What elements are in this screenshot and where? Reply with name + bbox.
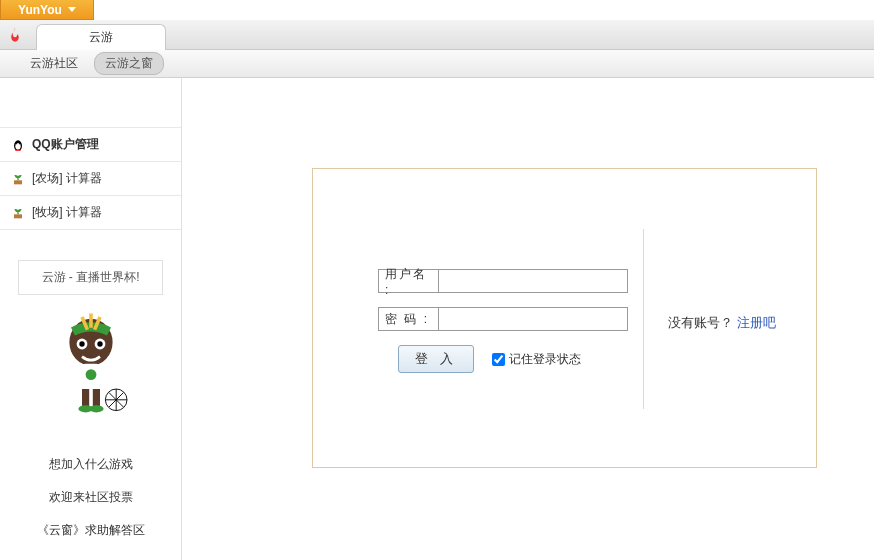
svg-rect-5 <box>14 214 22 218</box>
password-label: 密 码 : <box>378 307 438 331</box>
register-link[interactable]: 注册吧 <box>737 315 776 330</box>
plant-icon <box>10 205 26 221</box>
promo-text: 云游 - 直播世界杯! <box>42 270 140 284</box>
tab-bar: 云游 <box>0 20 874 50</box>
no-account-text: 没有账号？ <box>668 315 733 330</box>
username-label: 用户名 : <box>378 269 438 293</box>
password-row: 密 码 : <box>378 307 628 331</box>
svg-point-2 <box>16 143 17 144</box>
app-menu-button[interactable]: YunYou <box>0 0 94 20</box>
content-area: 用户名 : 密 码 : 登 入 记住登录状态 没有账号？ <box>182 78 874 560</box>
dropdown-icon <box>68 7 76 12</box>
svg-point-3 <box>19 143 20 144</box>
action-row: 登 入 记住登录状态 <box>398 345 628 373</box>
svg-rect-13 <box>82 389 89 407</box>
svg-rect-14 <box>92 389 99 407</box>
login-form: 用户名 : 密 码 : 登 入 记住登录状态 <box>378 269 628 373</box>
login-panel: 用户名 : 密 码 : 登 入 记住登录状态 没有账号？ <box>312 168 817 468</box>
svg-point-8 <box>79 341 84 346</box>
register-block: 没有账号？ 注册吧 <box>668 314 776 332</box>
sidebar-item-label: [农场] 计算器 <box>32 170 102 187</box>
svg-rect-4 <box>14 180 22 184</box>
sidebar-item-label: [牧场] 计算器 <box>32 204 102 221</box>
sidebar-item-label: QQ账户管理 <box>32 136 99 153</box>
sidebar-item-farm-calc[interactable]: [农场] 计算器 <box>0 161 181 196</box>
sub-nav: 云游社区 云游之窗 <box>0 50 874 78</box>
app-menu-label: YunYou <box>18 3 62 17</box>
mascot-image <box>0 307 181 420</box>
sidebar-item-qq-account[interactable]: QQ账户管理 <box>0 127 181 162</box>
password-input[interactable] <box>438 307 628 331</box>
remember-text: 记住登录状态 <box>509 351 581 368</box>
main-area: QQ账户管理 [农场] 计算器 [牧场] 计算器 云游 - 直播世界杯! <box>0 78 874 560</box>
sidebar-links: 想加入什么游戏 欢迎来社区投票 《云窗》求助解答区 <box>0 448 181 547</box>
svg-point-16 <box>89 405 103 412</box>
remember-label[interactable]: 记住登录状态 <box>492 351 581 368</box>
subnav-window[interactable]: 云游之窗 <box>94 52 164 75</box>
flame-icon <box>6 26 24 44</box>
username-input[interactable] <box>438 269 628 293</box>
plant-icon <box>10 171 26 187</box>
penguin-icon <box>10 137 26 153</box>
svg-point-12 <box>85 369 96 380</box>
remember-checkbox[interactable] <box>492 353 505 366</box>
login-button[interactable]: 登 入 <box>398 345 474 373</box>
subnav-community[interactable]: 云游社区 <box>30 55 78 72</box>
vertical-divider <box>643 229 644 409</box>
username-row: 用户名 : <box>378 269 628 293</box>
sidebar-link[interactable]: 欢迎来社区投票 <box>0 481 181 514</box>
promo-box[interactable]: 云游 - 直播世界杯! <box>18 260 163 295</box>
sidebar-link[interactable]: 《云窗》求助解答区 <box>0 514 181 547</box>
tab-label: 云游 <box>89 29 113 46</box>
sidebar: QQ账户管理 [农场] 计算器 [牧场] 计算器 云游 - 直播世界杯! <box>0 78 182 560</box>
svg-point-10 <box>97 341 102 346</box>
sidebar-item-ranch-calc[interactable]: [牧场] 计算器 <box>0 195 181 230</box>
tab-yunyou[interactable]: 云游 <box>36 24 166 50</box>
sidebar-link[interactable]: 想加入什么游戏 <box>0 448 181 481</box>
